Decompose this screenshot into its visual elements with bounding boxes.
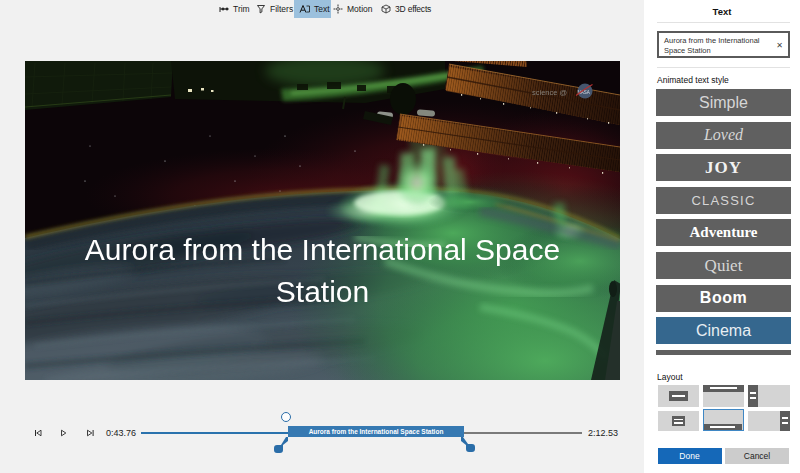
svg-text:science @: science @ xyxy=(532,88,567,97)
